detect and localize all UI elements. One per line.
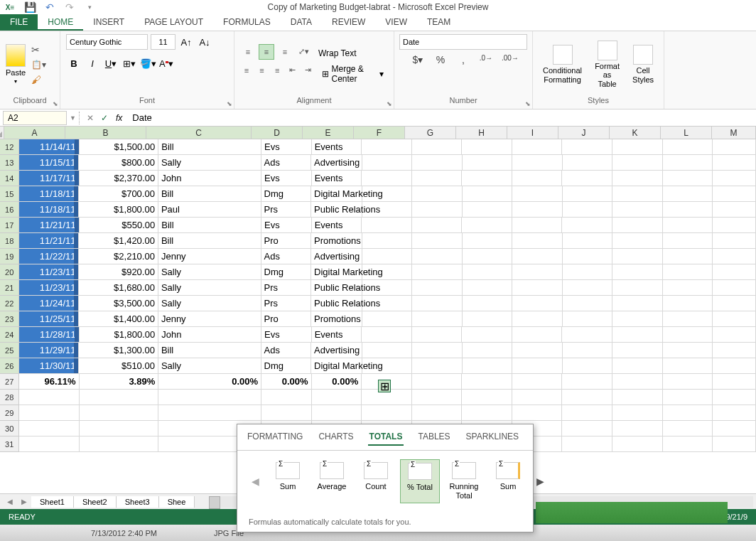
col-head-L[interactable]: L	[661, 127, 712, 139]
cell[interactable]	[512, 218, 563, 233]
cell[interactable]	[663, 405, 713, 421]
cell[interactable]	[612, 358, 662, 374]
cell[interactable]: Jenny	[158, 249, 261, 264]
cell[interactable]	[663, 343, 713, 358]
cell[interactable]	[663, 264, 713, 280]
cell[interactable]	[563, 264, 612, 280]
tab-formulas[interactable]: FORMULAS	[213, 14, 281, 31]
qat-customize-icon[interactable]: ▾	[84, 1, 95, 13]
font-family-select[interactable]	[66, 34, 148, 50]
cell[interactable]	[562, 436, 612, 452]
cell[interactable]: Prs	[261, 202, 311, 218]
cell[interactable]	[612, 374, 663, 390]
cell[interactable]	[512, 264, 562, 280]
cell[interactable]	[713, 436, 756, 452]
cell[interactable]	[663, 311, 713, 327]
cell[interactable]: Promotions	[311, 311, 362, 327]
cell[interactable]	[80, 436, 159, 452]
sheet-tab[interactable]: Sheet1	[31, 496, 74, 508]
cell[interactable]	[412, 343, 462, 358]
tab-home[interactable]: HOME	[38, 14, 83, 31]
cell[interactable]	[713, 186, 756, 202]
cell[interactable]: Events	[312, 139, 362, 155]
select-all-button[interactable]	[0, 127, 4, 139]
row-head[interactable]: 24	[0, 327, 19, 343]
cell[interactable]	[512, 202, 562, 218]
qa-item-sum-right[interactable]: Sum	[488, 459, 528, 503]
cell[interactable]	[713, 139, 756, 155]
font-color-button[interactable]: A▾	[158, 55, 174, 71]
cell[interactable]: Jenny	[158, 311, 261, 327]
sheet-tab[interactable]: Shee	[159, 496, 195, 508]
cell[interactable]	[612, 343, 662, 358]
decrease-indent-icon[interactable]: ⇤	[286, 63, 299, 78]
cell[interactable]: Evs	[261, 171, 312, 186]
cell[interactable]	[713, 202, 756, 218]
col-head-J[interactable]: J	[558, 127, 610, 139]
cell[interactable]	[612, 202, 662, 218]
cell[interactable]: Digital Marketing	[311, 358, 362, 374]
cell[interactable]	[512, 139, 563, 155]
cell[interactable]	[412, 186, 462, 202]
cell[interactable]	[713, 405, 756, 421]
cell[interactable]	[663, 233, 713, 249]
cell[interactable]: $3,500.00	[79, 296, 158, 311]
cell[interactable]	[463, 311, 512, 327]
cell[interactable]	[462, 390, 512, 405]
cell[interactable]: Events	[312, 218, 362, 233]
cell[interactable]: Events	[312, 171, 362, 186]
cell[interactable]: 11/22/11	[19, 249, 79, 264]
col-head-B[interactable]: B	[65, 127, 146, 139]
qa-tab-formatting[interactable]: FORMATTING	[246, 429, 304, 446]
cell[interactable]	[612, 155, 662, 171]
qa-prev-icon[interactable]: ◀	[249, 476, 262, 487]
cell[interactable]	[512, 171, 563, 186]
cell[interactable]	[412, 358, 462, 374]
cell[interactable]	[463, 280, 512, 296]
enter-formula-icon[interactable]: ✓	[97, 113, 112, 123]
cell[interactable]	[713, 249, 756, 264]
cell[interactable]	[663, 202, 713, 218]
cell[interactable]: Evs	[261, 139, 312, 155]
cell[interactable]	[612, 264, 662, 280]
cell[interactable]: 11/23/11	[19, 280, 79, 296]
cell[interactable]	[612, 405, 663, 421]
cell[interactable]: Advertising	[311, 249, 362, 264]
qa-item-pct-total[interactable]: % Total	[400, 459, 440, 503]
cell[interactable]	[412, 139, 463, 155]
cell[interactable]: Public Relations	[311, 280, 362, 296]
increase-indent-icon[interactable]: ⇥	[302, 63, 315, 78]
cell[interactable]: 11/17/11	[19, 171, 79, 186]
cell[interactable]	[562, 421, 612, 436]
cell[interactable]	[713, 280, 756, 296]
cell[interactable]: 11/30/11	[19, 358, 79, 374]
paste-button[interactable]: Paste ▾	[6, 44, 26, 85]
formula-input[interactable]	[126, 111, 756, 124]
cell[interactable]	[412, 311, 462, 327]
cell[interactable]	[663, 436, 713, 452]
cell[interactable]	[512, 374, 563, 390]
cell[interactable]: 11/24/11	[19, 296, 79, 311]
cell[interactable]	[512, 186, 562, 202]
cell[interactable]	[412, 390, 463, 405]
cell[interactable]: Prs	[261, 296, 311, 311]
col-head-E[interactable]: E	[303, 127, 354, 139]
cell[interactable]	[362, 264, 412, 280]
cell[interactable]	[612, 218, 663, 233]
cell[interactable]	[663, 171, 713, 186]
font-launcher-icon[interactable]: ⬊	[227, 100, 232, 107]
cell[interactable]: Dmg	[261, 186, 311, 202]
cell[interactable]: Ads	[261, 343, 311, 358]
row-head[interactable]: 15	[0, 186, 19, 202]
row-head[interactable]: 31	[0, 436, 19, 452]
cell[interactable]	[362, 171, 412, 186]
cell[interactable]: $1,800.00	[79, 202, 158, 218]
cell[interactable]	[463, 358, 512, 374]
cell[interactable]: Sally	[158, 296, 261, 311]
sheet-nav-next-icon[interactable]: ▶	[17, 498, 31, 505]
qa-item-running-total[interactable]: Running Total	[444, 459, 484, 503]
cell[interactable]: 0.00%	[158, 374, 261, 390]
cell[interactable]	[412, 171, 463, 186]
cell[interactable]	[362, 296, 412, 311]
cell[interactable]: 11/29/11	[19, 343, 79, 358]
